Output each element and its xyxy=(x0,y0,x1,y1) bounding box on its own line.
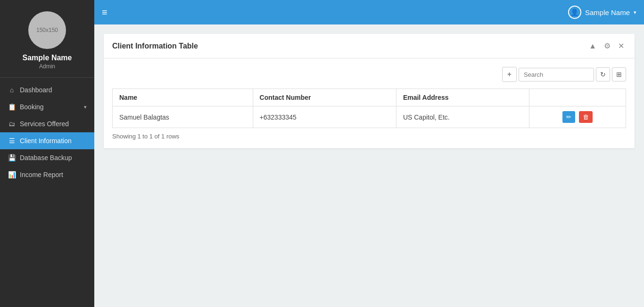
main-area: ≡ 👤 Sample Name ▾ Client Information Tab… xyxy=(94,0,644,307)
card-body: + ↻ ⊞ Name Contact Number Email Address xyxy=(104,58,635,148)
sidebar-item-label: Services Offered xyxy=(20,120,69,128)
services-icon: 🗂 xyxy=(8,120,16,128)
search-input[interactable] xyxy=(519,68,594,81)
database-icon: 💾 xyxy=(8,154,16,162)
income-report-icon: 📊 xyxy=(8,171,16,178)
settings-button[interactable]: ⚙ xyxy=(602,40,612,51)
topbar-chevron-icon: ▾ xyxy=(634,9,636,16)
sidebar-item-booking[interactable]: 📋 Booking ▾ xyxy=(0,98,94,115)
user-avatar-icon: 👤 xyxy=(568,6,581,19)
sidebar-nav: ⌂ Dashboard 📋 Booking ▾ 🗂 Services Offer… xyxy=(0,78,94,307)
client-info-card: Client Information Table ▲ ⚙ ✕ + ↻ ⊞ xyxy=(104,34,635,148)
delete-button[interactable]: 🗑 xyxy=(579,111,593,123)
card-header: Client Information Table ▲ ⚙ ✕ xyxy=(104,34,635,58)
sidebar-item-label: Dashboard xyxy=(20,86,52,94)
table-row: Samuel Balagtas +632333345 US Capitol, E… xyxy=(113,106,626,128)
sidebar: 150x150 Sample Name Admin ⌂ Dashboard 📋 … xyxy=(0,0,94,307)
user-menu[interactable]: 👤 Sample Name ▾ xyxy=(568,6,636,19)
sidebar-item-label: Income Report xyxy=(20,171,63,178)
card-title: Client Information Table xyxy=(112,42,587,50)
hamburger-button[interactable]: ≡ xyxy=(102,7,107,18)
chevron-down-icon: ▾ xyxy=(84,104,87,110)
topbar: ≡ 👤 Sample Name ▾ xyxy=(94,0,644,24)
sidebar-item-services-offered[interactable]: 🗂 Services Offered xyxy=(0,115,94,132)
client-information-icon: ☰ xyxy=(8,137,16,145)
cell-email: US Capitol, Etc. xyxy=(396,106,529,128)
sidebar-item-label: Database Backup xyxy=(20,154,72,162)
cell-actions: ✏ 🗑 xyxy=(529,106,626,128)
add-button[interactable]: + xyxy=(502,67,517,82)
avatar: 150x150 xyxy=(28,11,66,49)
content-area: Client Information Table ▲ ⚙ ✕ + ↻ ⊞ xyxy=(94,24,644,307)
close-button[interactable]: ✕ xyxy=(616,40,626,51)
col-actions xyxy=(529,89,626,106)
col-email: Email Address xyxy=(396,89,529,106)
sidebar-role: Admin xyxy=(39,63,55,70)
sidebar-item-label: Booking xyxy=(20,103,44,111)
col-name: Name xyxy=(113,89,253,106)
table-toolbar: + ↻ ⊞ xyxy=(112,67,626,82)
cell-contact: +632333345 xyxy=(253,106,396,128)
sidebar-item-dashboard[interactable]: ⌂ Dashboard xyxy=(0,81,94,98)
sidebar-item-client-information[interactable]: ☰ Client Information xyxy=(0,132,94,149)
sidebar-item-label: Client Information xyxy=(20,137,72,145)
sidebar-profile: 150x150 Sample Name Admin xyxy=(0,0,94,78)
booking-icon: 📋 xyxy=(8,103,16,111)
col-contact: Contact Number xyxy=(253,89,396,106)
columns-button[interactable]: ⊞ xyxy=(612,67,626,81)
table-footer: Showing 1 to 1 of 1 rows xyxy=(112,133,626,140)
cell-name: Samuel Balagtas xyxy=(113,106,253,128)
collapse-button[interactable]: ▲ xyxy=(587,41,598,51)
edit-button[interactable]: ✏ xyxy=(562,111,575,123)
refresh-button[interactable]: ↻ xyxy=(596,67,610,81)
sidebar-item-database-backup[interactable]: 💾 Database Backup xyxy=(0,149,94,166)
client-table: Name Contact Number Email Address Samuel… xyxy=(112,89,626,128)
sidebar-item-income-report[interactable]: 📊 Income Report xyxy=(0,166,94,183)
sidebar-username: Sample Name xyxy=(23,54,72,62)
table-header-row: Name Contact Number Email Address xyxy=(113,89,626,106)
card-header-actions: ▲ ⚙ ✕ xyxy=(587,40,626,51)
dashboard-icon: ⌂ xyxy=(8,86,16,94)
topbar-username: Sample Name xyxy=(585,8,630,16)
